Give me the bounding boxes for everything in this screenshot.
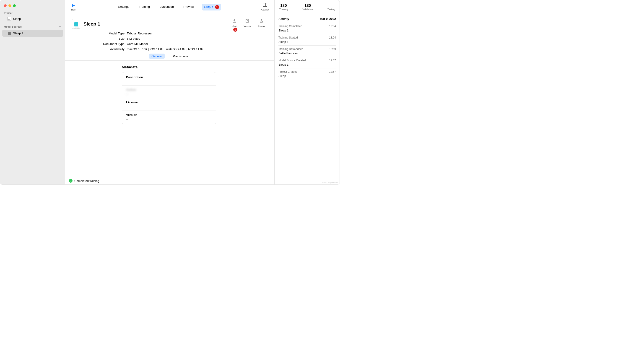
train-button[interactable]: ▶ Train <box>71 3 76 11</box>
activity-date: Mar 9, 2022 <box>320 17 336 20</box>
add-source-button[interactable]: ＋ <box>58 24 62 29</box>
log-item[interactable]: Training Data Added12:59 BetterRest.csv <box>278 46 336 57</box>
training-number: 180 <box>279 4 288 8</box>
log-title: Project Created <box>278 70 297 74</box>
version-value: -- <box>126 118 212 121</box>
log-time: 12:59 <box>329 48 336 50</box>
metric-training: 180 Training <box>278 4 290 11</box>
tab-settings[interactable]: Settings <box>116 4 131 10</box>
xcode-button[interactable]: Xcode <box>244 19 251 28</box>
log-item[interactable]: Project Created12:57 Sleep <box>278 68 336 80</box>
metadata-heading: Metadata <box>122 65 274 69</box>
availability-value: macOS 10.13+ | iOS 11.0+ | watchOS 4.0+ … <box>127 48 204 51</box>
metadata-license[interactable]: License -- <box>122 98 216 111</box>
description-value: -- <box>126 80 212 83</box>
share-button[interactable]: Share <box>258 19 265 28</box>
zoom-icon[interactable] <box>13 4 16 7</box>
tab-preview[interactable]: Preview <box>182 4 196 10</box>
checkmark-icon: ✓ <box>69 179 72 182</box>
log-sub: BetterRest.csv <box>278 52 336 55</box>
description-label: Description <box>126 76 212 79</box>
training-label: Training <box>279 8 288 11</box>
sidebar-item-project[interactable]: Sleep <box>0 16 65 22</box>
log-time: 13:04 <box>329 24 336 28</box>
get-button[interactable]: Get 2 <box>232 19 237 28</box>
activity-heading: Activity <box>278 17 289 20</box>
model-source-name: Sleep 1 <box>13 32 24 35</box>
license-label: License <box>126 100 212 104</box>
model-icon <box>8 32 11 35</box>
tab-training[interactable]: Training <box>137 4 152 10</box>
size-label: Size <box>102 37 124 40</box>
badge-2: 2 <box>233 28 238 32</box>
subtab-general[interactable]: General <box>149 54 165 59</box>
get-label: Get <box>232 25 237 28</box>
sidebar-section-sources: Model Sources <box>4 25 22 28</box>
content-area: MLMODEL Sleep 1 Get 2 <box>65 14 274 177</box>
main-pane: ▶ Train Settings Training Evaluation Pre… <box>65 0 274 184</box>
sidebar-item-model[interactable]: Sleep 1 <box>2 30 63 37</box>
tab-bar: Settings Training Evaluation Preview Out… <box>116 4 221 10</box>
badge-1: 1 <box>215 5 219 9</box>
play-icon: ▶ <box>72 3 75 8</box>
sidebar-section-project: Project <box>0 10 65 16</box>
project-name: Sleep <box>13 17 21 20</box>
version-label: Version <box>126 113 212 116</box>
document-icon <box>8 17 11 21</box>
activity-toggle-button[interactable]: Activity <box>261 3 269 11</box>
metric-validation: 180 Validation <box>300 4 314 11</box>
log-sub: Sleep <box>278 74 336 78</box>
author-value: -- <box>126 92 142 96</box>
testing-label: Testing <box>328 8 335 11</box>
divider <box>320 4 320 10</box>
tab-output[interactable]: Output 1 <box>202 4 221 10</box>
share-icon <box>259 19 264 24</box>
log-item[interactable]: Training Completed13:04 Sleep 1 <box>278 23 336 34</box>
mlmodel-icon: MLMODEL <box>72 19 80 29</box>
log-item[interactable]: Training Started13:04 Sleep 1 <box>278 34 336 46</box>
app-window: Project Sleep Model Sources ＋ Sleep 1 ▶ … <box>0 0 340 185</box>
validation-label: Validation <box>302 8 313 11</box>
sidebar-right-icon <box>263 3 267 8</box>
metadata-author[interactable]: Author -- <box>122 86 146 98</box>
watermark: CSDN @huyifei0205 <box>275 180 340 184</box>
testing-number: -- <box>328 4 335 8</box>
minimize-icon[interactable] <box>8 4 11 7</box>
metadata-card: Description -- Author -- License -- Vers… <box>122 72 216 124</box>
xcode-label: Xcode <box>244 25 251 28</box>
train-label: Train <box>71 8 76 11</box>
log-time: 13:04 <box>329 36 336 39</box>
download-icon <box>232 19 236 24</box>
log-item[interactable]: Model Source Created12:57 Sleep 1 <box>278 57 336 68</box>
model-type-label: Model Type <box>102 32 124 35</box>
external-link-icon <box>245 19 249 24</box>
close-icon[interactable] <box>4 4 6 7</box>
sidebar: Project Sleep Model Sources ＋ Sleep 1 <box>0 0 65 184</box>
log-time: 12:57 <box>329 59 336 62</box>
status-bar: ✓ Completed training <box>65 177 274 184</box>
svg-rect-0 <box>263 3 267 6</box>
log-title: Training Data Added <box>278 48 303 50</box>
divider <box>295 4 295 10</box>
log-title: Training Started <box>278 36 298 39</box>
document-type-label: Document Type <box>102 42 124 46</box>
model-type-value: Tabular Regressor <box>127 32 152 35</box>
share-label: Share <box>258 25 265 28</box>
metadata-version[interactable]: Version -- <box>122 111 216 123</box>
toolbar: ▶ Train Settings Training Evaluation Pre… <box>65 0 274 14</box>
validation-number: 180 <box>302 4 313 8</box>
subtab-predictions[interactable]: Predictions <box>170 54 190 59</box>
log-title: Model Source Created <box>278 59 306 62</box>
window-controls <box>0 2 65 10</box>
model-properties: Model TypeTabular Regressor Size542 byte… <box>102 31 204 52</box>
metadata-description[interactable]: Description -- <box>122 73 216 86</box>
activity-log: Training Completed13:04 Sleep 1 Training… <box>275 23 340 80</box>
log-sub: Sleep 1 <box>278 40 336 44</box>
activity-label: Activity <box>261 8 269 11</box>
metrics-bar: 180 Training 180 Validation -- Testing <box>275 0 340 14</box>
status-text: Completed training <box>74 179 99 182</box>
size-value: 542 bytes <box>127 37 140 40</box>
tab-evaluation[interactable]: Evaluation <box>158 4 176 10</box>
log-sub: Sleep 1 <box>278 63 336 66</box>
author-label: Author <box>126 88 142 92</box>
